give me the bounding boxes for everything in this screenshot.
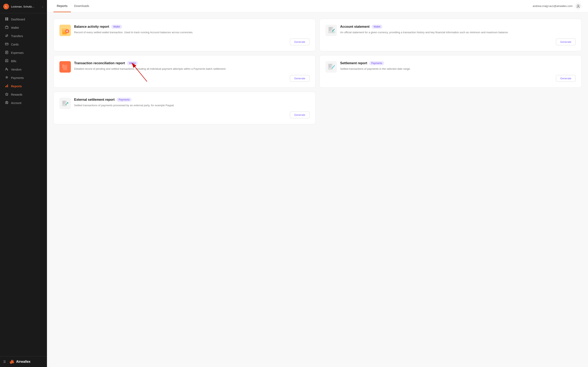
svg-rect-41	[329, 66, 331, 67]
hamburger-icon[interactable]: ☰	[3, 360, 6, 363]
sidebar-footer: ☰ Airwallex	[0, 356, 47, 367]
svg-rect-26	[329, 29, 332, 30]
report-title-row: External settlement report Payments	[74, 98, 310, 102]
sidebar-item-reports[interactable]: Reports	[2, 82, 45, 90]
topbar: Reports Downloads andrew.craig+au1@airwa…	[47, 0, 588, 12]
report-card-header: Account statement Wallet An official sta…	[325, 25, 576, 36]
expenses-icon	[5, 51, 9, 55]
svg-rect-24	[329, 27, 332, 28]
sidebar-item-transfers[interactable]: Transfers	[2, 32, 45, 40]
sidebar-item-payments[interactable]: Payments	[2, 74, 45, 82]
main-content: Reports Downloads andrew.craig+au1@airwa…	[47, 0, 588, 367]
sidebar-item-label: Payments	[11, 76, 24, 80]
cards-icon	[5, 42, 9, 46]
report-card-header: Balance activity report Wallet Record of…	[60, 25, 310, 36]
sidebar-item-label: Expenses	[11, 51, 24, 54]
svg-rect-1	[7, 17, 8, 19]
vendors-icon	[5, 67, 9, 71]
sidebar-item-dashboard[interactable]: Dashboard	[2, 15, 45, 23]
generate-button-account[interactable]: Generate	[556, 39, 576, 45]
reports-icon	[5, 84, 9, 88]
svg-rect-48	[63, 104, 64, 104]
report-body: Settlement report Payments Settled trans…	[340, 61, 576, 71]
svg-point-8	[6, 68, 7, 69]
sidebar-item-label: Vendors	[11, 68, 21, 71]
tab-reports[interactable]: Reports	[53, 0, 71, 12]
svg-rect-42	[329, 67, 330, 67]
sidebar-item-vendors[interactable]: Vendors	[2, 66, 45, 73]
svg-rect-6	[5, 43, 8, 45]
report-badge: Payments	[369, 61, 384, 65]
report-title-row: Account statement Wallet	[340, 25, 576, 29]
report-description: Detailed record of pending and settled t…	[74, 67, 310, 71]
topbar-right: andrew.craig+au1@airwallex.com	[533, 3, 581, 9]
report-description: An official statement for a given curren…	[340, 30, 576, 34]
reports-content: Balance activity report Wallet Record of…	[47, 12, 588, 367]
generate-button-transaction[interactable]: Generate	[290, 75, 310, 82]
report-description: Record of every settled wallet transacti…	[74, 30, 310, 34]
sidebar-item-cards[interactable]: Cards	[2, 40, 45, 48]
user-email: andrew.craig+au1@airwallex.com	[533, 4, 572, 8]
transfers-icon	[5, 34, 9, 38]
sidebar-item-bills[interactable]: Bills	[2, 57, 45, 65]
external-icon	[60, 98, 71, 109]
report-card-header: External settlement report Payments Sett…	[60, 98, 310, 109]
airwallex-flame-icon	[9, 360, 15, 364]
balance-icon	[60, 25, 71, 36]
report-card-account-statement: Account statement Wallet An official sta…	[320, 19, 581, 51]
settlement-icon	[325, 61, 337, 73]
account-icon	[325, 25, 337, 36]
report-card-transaction-reconciliation: Transaction reconciliation report Wallet…	[53, 55, 315, 88]
reports-grid: Balance activity report Wallet Record of…	[53, 19, 581, 124]
company-name: Lockman, Schultz...	[11, 5, 40, 8]
generate-button-balance[interactable]: Generate	[290, 39, 310, 45]
svg-rect-46	[63, 102, 65, 103]
sidebar-nav: Dashboard Wallet Transfers Cards	[0, 13, 47, 356]
sidebar-item-account[interactable]: Account	[2, 99, 45, 107]
report-title: External settlement report	[74, 98, 114, 101]
sidebar-item-rewards[interactable]: Rewards	[2, 91, 45, 99]
topbar-tabs: Reports Downloads	[53, 0, 93, 12]
report-card-header: Transaction reconciliation report Wallet…	[60, 61, 310, 73]
sidebar-item-wallet[interactable]: Wallet	[2, 24, 45, 32]
report-title: Account statement	[340, 25, 370, 29]
sidebar-item-label: Reports	[11, 85, 22, 88]
svg-rect-45	[63, 101, 66, 102]
report-description: Settled transactions of payments process…	[74, 103, 310, 108]
user-avatar[interactable]	[575, 3, 581, 9]
report-badge: Payments	[117, 98, 131, 102]
svg-rect-25	[329, 29, 331, 29]
company-selector[interactable]: L Lockman, Schultz... ⌄	[0, 0, 47, 13]
generate-button-external[interactable]: Generate	[290, 111, 310, 118]
sidebar-item-label: Rewards	[11, 93, 22, 96]
generate-button-settlement[interactable]: Generate	[556, 75, 576, 82]
chevron-down-icon: ⌄	[42, 5, 44, 8]
grid-icon	[5, 17, 9, 21]
report-title: Balance activity report	[74, 25, 109, 29]
tab-downloads[interactable]: Downloads	[71, 0, 93, 12]
sidebar-item-expenses[interactable]: Expenses	[2, 49, 45, 57]
report-title: Transaction reconciliation report	[74, 61, 125, 65]
report-card-external-settlement: External settlement report Payments Sett…	[53, 92, 315, 124]
svg-rect-28	[332, 31, 335, 33]
transaction-icon	[60, 61, 71, 73]
report-body: Transaction reconciliation report Wallet…	[74, 61, 310, 71]
report-title: Settlement report	[340, 61, 367, 65]
sidebar: L Lockman, Schultz... ⌄ Dashboard Wallet…	[0, 0, 47, 367]
bills-icon	[5, 59, 9, 63]
svg-rect-20	[63, 31, 66, 32]
svg-rect-19	[63, 30, 65, 31]
svg-rect-4	[5, 26, 8, 29]
report-card-header: Settlement report Payments Settled trans…	[325, 61, 576, 73]
svg-rect-10	[6, 85, 7, 87]
report-badge: Wallet	[127, 61, 138, 65]
svg-rect-39	[329, 64, 332, 65]
report-title-row: Settlement report Payments	[340, 61, 576, 65]
report-description: Settled transactions of payments in the …	[340, 67, 576, 71]
payments-icon	[5, 76, 9, 80]
rewards-icon	[5, 92, 9, 96]
wallet-icon	[5, 26, 9, 30]
logo-text: Airwallex	[16, 360, 30, 364]
sidebar-item-label: Cards	[11, 43, 18, 46]
company-avatar: L	[3, 4, 9, 9]
